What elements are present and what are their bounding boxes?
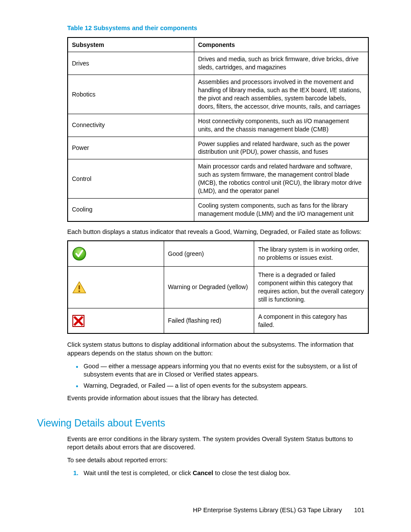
table-header-subsystem: Subsystem [68, 37, 194, 52]
subsystems-table: Subsystem Components DrivesDrives and me… [67, 37, 369, 222]
table-row: Failed (flashing red) A component in thi… [68, 308, 368, 333]
table-row: Warning or Degraded (yellow) There is a … [68, 267, 368, 308]
page-footer: HP Enterprise Systems Library (ESL) G3 T… [193, 506, 364, 515]
section-heading: Viewing Details about Events [37, 417, 364, 430]
status-desc: The library system is in working order, … [254, 241, 368, 266]
cell-subsystem: Robotics [68, 75, 194, 114]
table-row: RoboticsAssemblies and processors involv… [68, 75, 368, 114]
cell-subsystem: Drives [68, 52, 194, 75]
cancel-label: Cancel [193, 470, 213, 476]
list-item: Good — either a message appears informin… [78, 362, 364, 379]
warning-icon [72, 281, 87, 294]
paragraph: Click system status buttons to display a… [67, 341, 364, 358]
table-caption: Table 12 Subsystems and their components [67, 24, 364, 33]
failed-icon [72, 314, 85, 327]
paragraph: Events are error conditions in the libra… [67, 435, 364, 452]
cell-components: Main processor cards and related hardwar… [194, 159, 368, 199]
paragraph: Events provide information about issues … [67, 394, 364, 403]
cell-subsystem: Control [68, 159, 194, 199]
svg-rect-1 [78, 285, 80, 289]
paragraph: To see details about reported errors: [67, 456, 364, 465]
table-header-components: Components [194, 37, 368, 52]
status-table: Good (green) The library system is in wo… [67, 240, 369, 334]
footer-title: HP Enterprise Systems Library (ESL) G3 T… [193, 507, 342, 513]
step-text: to close the test dialog box. [213, 470, 291, 476]
list-item: Warning, Degraded, or Failed — a list of… [78, 382, 364, 390]
ordered-list: Wait until the test is completed, or cli… [67, 469, 364, 478]
cell-components: Host connectivity components, such as I/… [194, 114, 368, 137]
status-label: Good (green) [164, 241, 254, 266]
cell-subsystem: Cooling [68, 198, 194, 221]
svg-point-2 [78, 290, 80, 292]
page-number: 101 [354, 507, 364, 513]
cell-subsystem: Power [68, 137, 194, 159]
status-label: Failed (flashing red) [164, 308, 254, 333]
cell-components: Cooling system components, such as fans … [194, 198, 368, 221]
paragraph: Each button displays a status indicator … [67, 228, 364, 236]
table-row: DrivesDrives and media, such as brick fi… [68, 52, 368, 75]
cell-components: Drives and media, such as brick firmware… [194, 52, 368, 75]
good-icon [72, 246, 87, 261]
step-text: Wait until the test is completed, or cli… [84, 470, 193, 476]
status-icon-cell [68, 241, 164, 266]
cell-components: Power supplies and related hardware, suc… [194, 137, 368, 159]
status-desc: There is a degraded or failed component … [254, 267, 368, 308]
list-item: Wait until the test is completed, or cli… [78, 469, 364, 478]
table-row: Good (green) The library system is in wo… [68, 241, 368, 266]
table-row: CoolingCooling system components, such a… [68, 198, 368, 221]
bullet-list: Good — either a message appears informin… [67, 362, 364, 390]
table-row: ControlMain processor cards and related … [68, 159, 368, 199]
status-icon-cell [68, 267, 164, 308]
status-icon-cell [68, 308, 164, 333]
table-row: PowerPower supplies and related hardware… [68, 137, 368, 159]
cell-components: Assemblies and processors involved in th… [194, 75, 368, 114]
cell-subsystem: Connectivity [68, 114, 194, 137]
table-row: ConnectivityHost connectivity components… [68, 114, 368, 137]
status-label: Warning or Degraded (yellow) [164, 267, 254, 308]
status-desc: A component in this category has failed. [254, 308, 368, 333]
